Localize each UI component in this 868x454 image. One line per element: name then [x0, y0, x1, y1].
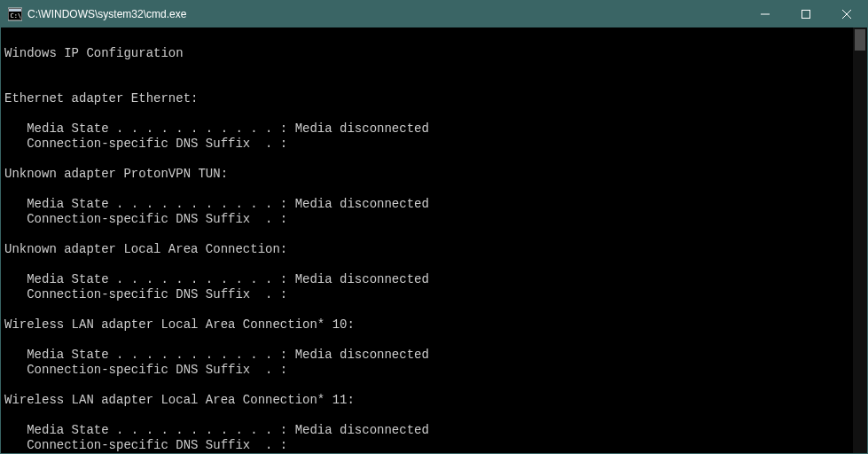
content-area: Windows IP Configuration Ethernet adapte… [1, 27, 867, 453]
maximize-button[interactable] [786, 1, 826, 27]
scroll-thumb[interactable] [855, 29, 865, 51]
titlebar[interactable]: C:\ C:\WINDOWS\system32\cmd.exe [1, 1, 867, 27]
scrollbar[interactable] [853, 27, 867, 453]
minimize-button[interactable] [745, 1, 786, 27]
close-button[interactable] [826, 1, 867, 27]
cmd-window: C:\ C:\WINDOWS\system32\cmd.exe Windows … [0, 0, 868, 454]
terminal-output[interactable]: Windows IP Configuration Ethernet adapte… [1, 27, 853, 453]
svg-rect-1 [9, 9, 21, 12]
window-title: C:\WINDOWS\system32\cmd.exe [27, 8, 745, 20]
window-controls [745, 1, 867, 27]
svg-rect-4 [802, 11, 810, 19]
svg-text:C:\: C:\ [11, 12, 22, 20]
cmd-icon: C:\ [8, 7, 22, 21]
